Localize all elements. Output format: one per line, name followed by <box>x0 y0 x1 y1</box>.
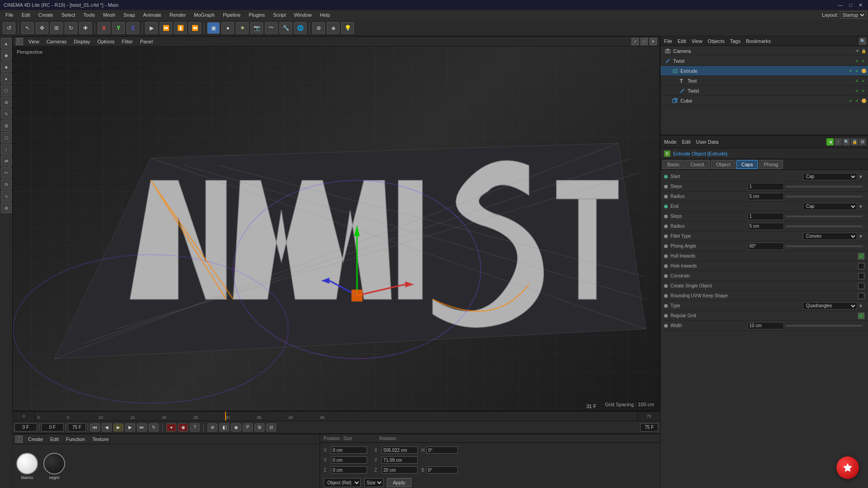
size-x-input[interactable] <box>382 446 418 454</box>
radius-slider-1[interactable] <box>786 196 863 197</box>
fillet-dropdown[interactable]: Convex <box>803 233 857 240</box>
props-search[interactable]: 🔍 <box>843 138 850 145</box>
vp-ctrl-3[interactable]: ✕ <box>650 38 657 45</box>
layout-dropdown[interactable]: Startup <box>840 11 866 19</box>
menu-mesh[interactable]: Mesh <box>99 11 119 19</box>
minimize-btn[interactable]: — <box>836 2 844 8</box>
spline-btn[interactable]: 〜 <box>265 22 278 34</box>
phong-dot[interactable] <box>664 244 668 248</box>
obj-objects-menu[interactable]: Objects <box>706 38 726 44</box>
props-userdata[interactable]: User Data <box>694 139 721 145</box>
key-btn3[interactable]: ◉ <box>231 423 241 432</box>
vp-display[interactable]: Display <box>72 39 92 44</box>
vp-view[interactable]: View <box>27 39 41 44</box>
camera-vis[interactable]: 👁 <box>854 48 860 54</box>
grid-dot[interactable] <box>664 314 668 318</box>
constrain-checkbox[interactable] <box>858 273 864 279</box>
render-btn[interactable]: ▶ <box>145 22 158 34</box>
start-dot[interactable] <box>664 175 668 178</box>
x-axis-btn[interactable]: X <box>98 22 110 34</box>
mat-panel-handle[interactable]: ⋮ <box>15 436 23 443</box>
rotate-tool[interactable]: ↻ <box>65 22 77 34</box>
mat-btn[interactable]: ◈ <box>327 22 340 34</box>
hole-checkbox[interactable] <box>858 263 864 269</box>
steps-input-1[interactable] <box>748 183 784 190</box>
tab-coord[interactable]: Coord. <box>685 160 710 169</box>
end-expand[interactable]: ▼ <box>857 203 864 210</box>
search-icon[interactable]: 🔍 <box>859 38 866 45</box>
menu-snap[interactable]: Snap <box>120 11 139 19</box>
material-black[interactable]: negro <box>43 453 65 480</box>
render-btn4[interactable]: ⏪ <box>189 22 201 34</box>
record-btn[interactable]: ● <box>166 423 176 432</box>
goto-start-btn[interactable]: ⏮ <box>90 423 100 432</box>
vp-handle[interactable]: ⋮ <box>16 38 23 45</box>
menu-script[interactable]: Script <box>269 11 289 19</box>
key-btn6[interactable]: ⊟ <box>266 423 276 432</box>
fillet-dot[interactable] <box>664 235 668 238</box>
props-mode[interactable]: Mode <box>662 139 679 145</box>
grid-checkbox[interactable]: ✓ <box>858 313 864 319</box>
key-btn2[interactable]: ◧ <box>219 423 229 432</box>
obj-row-cube[interactable]: Cube ✓ ✓ <box>660 96 868 106</box>
obj-tags-menu[interactable]: Tags <box>728 38 742 44</box>
phong-input[interactable] <box>748 243 784 250</box>
menu-tools[interactable]: Tools <box>80 11 99 19</box>
menu-mograph[interactable]: MoGraph <box>190 11 218 19</box>
phong-slider[interactable] <box>786 245 863 247</box>
pos-z-input[interactable] <box>331 466 367 474</box>
play-btn[interactable]: ▶ <box>113 423 123 432</box>
mat-texture[interactable]: Texture <box>90 436 110 442</box>
width-dot[interactable] <box>664 324 668 328</box>
apply-button[interactable]: Apply <box>387 478 411 487</box>
menu-edit[interactable]: Edit <box>18 11 34 19</box>
record-btn2[interactable]: ◉ <box>178 423 188 432</box>
steps-dot-2[interactable] <box>664 215 668 218</box>
current-frame-input[interactable] <box>14 423 37 432</box>
radius-dot-2[interactable] <box>664 225 668 228</box>
material-white[interactable]: blanco <box>16 453 38 480</box>
twist-top-check2[interactable]: ✓ <box>861 58 866 64</box>
radius-dot-1[interactable] <box>664 195 668 198</box>
obj-row-extrude[interactable]: Extrude ✓ ✓ <box>660 66 868 76</box>
hole-dot[interactable] <box>664 264 668 268</box>
viewport-canvas[interactable]: X Y Z Perspective Grid Spacing : 100 cm … <box>13 47 660 411</box>
scene-btn[interactable]: 🌐 <box>294 22 307 34</box>
text-check1[interactable]: ✓ <box>854 78 860 84</box>
size-y-input[interactable] <box>382 456 418 464</box>
width-input[interactable] <box>748 322 784 329</box>
single-obj-dot[interactable] <box>664 284 668 288</box>
deform-btn[interactable]: 🔧 <box>279 22 292 34</box>
tool-icon-6[interactable]: ⊕ <box>1 97 12 108</box>
radius-input-2[interactable] <box>748 223 784 230</box>
key-btn4[interactable]: P <box>243 423 253 432</box>
obj-edit-menu[interactable]: Edit <box>676 38 688 44</box>
move-tool[interactable]: ✥ <box>36 22 48 34</box>
vp-cameras[interactable]: Cameras <box>45 39 69 44</box>
end-frame-input2[interactable] <box>640 423 658 432</box>
tool-icon-11[interactable]: ⇄ <box>1 155 12 166</box>
render-btn3[interactable]: ⏫ <box>174 22 187 34</box>
start-expand[interactable]: ▼ <box>857 173 864 180</box>
obj-row-text[interactable]: T Text ✓ ✓ <box>660 76 868 86</box>
props-nav-left[interactable]: ◀ <box>826 138 834 145</box>
twist-top-check1[interactable]: ✓ <box>854 58 860 64</box>
tool-icon-15[interactable]: ⊗ <box>1 202 12 213</box>
vp-panel[interactable]: Panel <box>138 39 155 44</box>
end-frame-input[interactable] <box>68 423 86 432</box>
steps-slider-2[interactable] <box>786 216 863 217</box>
obj-row-twist-inner[interactable]: Twist ✓ ✓ <box>660 86 868 96</box>
obj-row-camera[interactable]: Camera 👁 🔒 <box>660 46 868 56</box>
extrude-check1[interactable]: ✓ <box>848 68 854 74</box>
tool-icon-8[interactable]: ⊞ <box>1 120 12 131</box>
material-black-swatch[interactable] <box>43 453 65 474</box>
menu-render[interactable]: Render <box>166 11 189 19</box>
window-controls[interactable]: — □ ✕ <box>836 2 864 8</box>
menu-animate[interactable]: Animate <box>140 11 165 19</box>
cube-btn[interactable]: ▣ <box>207 22 220 34</box>
vp-options[interactable]: Options <box>95 39 116 44</box>
fillet-expand[interactable]: ▼ <box>857 233 864 240</box>
y-axis-btn[interactable]: Y <box>112 22 125 34</box>
type-dot[interactable] <box>664 304 668 308</box>
menu-window[interactable]: Window <box>290 11 315 19</box>
